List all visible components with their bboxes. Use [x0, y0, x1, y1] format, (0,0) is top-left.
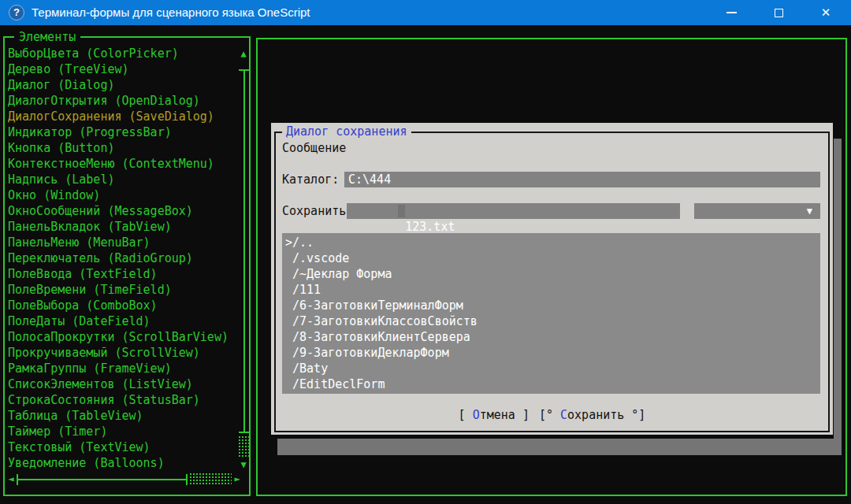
- list-item[interactable]: ДиалогОткрытия (OpenDialog): [8, 93, 230, 109]
- filename-value: 123.txt: [405, 220, 455, 234]
- save-label: охранить: [567, 408, 624, 422]
- scroll-up-icon[interactable]: ▲: [238, 47, 249, 60]
- save-button[interactable]: [° Сохранить °]: [539, 407, 645, 423]
- list-item[interactable]: Таблица (TableView): [8, 408, 230, 424]
- directory-item[interactable]: /8-ЗаготовкиКлиентСервера: [285, 329, 820, 345]
- list-item[interactable]: ОкноСообщений (MessageBox): [8, 203, 230, 219]
- catalog-label: Каталог:: [282, 172, 339, 187]
- dialog-shadow: [277, 439, 842, 455]
- dialog-shadow: [834, 139, 842, 454]
- list-item[interactable]: Диалог (Dialog): [8, 77, 230, 93]
- directory-item[interactable]: /~Деклар Форма: [285, 266, 820, 282]
- list-item[interactable]: СтрокаСостояния (StatusBar): [8, 392, 230, 408]
- cancel-button[interactable]: [ Отмена ]: [459, 407, 530, 423]
- list-item[interactable]: Текстовый (TextView): [8, 439, 230, 455]
- horizontal-scrollbar-track: [17, 474, 18, 485]
- cancel-label: тмена: [480, 408, 515, 422]
- cancel-bracket: [: [459, 408, 473, 422]
- elements-panel: Элементы ВыборЦвета (ColorPicker) Дерево…: [3, 36, 251, 496]
- scroll-left-icon[interactable]: ◄: [6, 472, 17, 485]
- scroll-down-icon[interactable]: ▼: [238, 458, 249, 471]
- list-item[interactable]: Уведомление (Balloons): [8, 455, 230, 471]
- filetype-combobox[interactable]: ▼: [694, 203, 820, 219]
- save-bracket: [°: [539, 408, 560, 422]
- save-hotkey: С: [560, 408, 567, 422]
- list-item[interactable]: Дерево (TreeView): [8, 61, 230, 77]
- cancel-hotkey: О: [473, 408, 480, 422]
- list-item-selected[interactable]: ДиалогСохранения (SaveDialog): [8, 109, 230, 124]
- minimize-button[interactable]: [715, 0, 747, 25]
- directory-item-selected[interactable]: >/..: [285, 235, 820, 250]
- list-item[interactable]: СписокЭлементов (ListView): [8, 376, 230, 392]
- directory-listing[interactable]: >/.. /.vscode /~Деклар Форма /111 /6-Заг…: [282, 233, 820, 394]
- list-item[interactable]: Таймер (Timer): [8, 424, 230, 439]
- message-label: Сообщение: [282, 140, 346, 156]
- list-item[interactable]: ПанельМеню (MenuBar): [8, 235, 230, 250]
- vertical-scrollbar-track: [239, 69, 250, 71]
- list-item[interactable]: ПолеВремени (TimeField): [8, 282, 230, 298]
- list-item[interactable]: ПолеВыбора (ComboBox): [8, 298, 230, 313]
- directory-item[interactable]: /Baty: [285, 361, 820, 376]
- text-cursor: [398, 205, 405, 217]
- filename-field[interactable]: 123.txt: [347, 203, 680, 219]
- horizontal-scrollbar-track[interactable]: [17, 479, 188, 480]
- list-item[interactable]: ПанельВкладок (TabView): [8, 219, 230, 235]
- list-item[interactable]: ПолеДаты (DateField): [8, 313, 230, 329]
- directory-item[interactable]: /6-ЗаготовкиТерминалФорм: [285, 298, 820, 313]
- save-dialog: Диалог сохранения Сообщение Каталог: C:\…: [271, 123, 833, 435]
- directory-item[interactable]: /EditDeclForm: [285, 376, 820, 392]
- vertical-scrollbar-track: [239, 432, 250, 433]
- list-item[interactable]: ПолеВвода (TextField): [8, 266, 230, 282]
- directory-item[interactable]: /7-ЗаготовкиКлассовСвойств: [285, 313, 820, 329]
- scroll-right-icon[interactable]: ►: [232, 472, 243, 485]
- vertical-scrollbar-thumb[interactable]: [238, 435, 249, 458]
- save-bracket: °]: [624, 408, 645, 422]
- list-item[interactable]: Индикатор (ProgressBar): [8, 124, 230, 140]
- horizontal-scrollbar-track: [186, 474, 188, 485]
- catalog-field[interactable]: C:\444: [344, 172, 820, 187]
- dialog-buttons: [ Отмена ] [° Сохранить °]: [271, 407, 833, 423]
- list-item[interactable]: РамкаГруппы (FrameView): [8, 361, 230, 376]
- demo-panel: Диалог сохранения Сообщение Каталог: C:\…: [256, 38, 847, 496]
- horizontal-scrollbar-thumb[interactable]: [189, 472, 232, 484]
- list-item[interactable]: ВыборЦвета (ColorPicker): [8, 46, 230, 61]
- list-item[interactable]: Прокручиваемый (ScrollView): [8, 345, 230, 361]
- cancel-bracket: ]: [515, 408, 530, 422]
- list-item[interactable]: ПолосаПрокрутки (ScrollBarView): [8, 329, 230, 345]
- maximize-icon: [775, 9, 783, 17]
- minimize-icon: [727, 12, 737, 13]
- elements-panel-title: Элементы: [14, 29, 80, 45]
- directory-item[interactable]: /.vscode: [285, 250, 820, 266]
- chevron-down-icon[interactable]: ▼: [807, 203, 812, 219]
- close-button[interactable]: ✕: [810, 0, 842, 25]
- window-title: Терминал-формы для сценарного языка OneS…: [32, 5, 310, 20]
- window-controls: ✕: [700, 0, 842, 25]
- maximize-button[interactable]: [763, 0, 794, 25]
- app-window: ? Терминал-формы для сценарного языка On…: [0, 0, 851, 504]
- list-item[interactable]: Окно (Window): [8, 187, 230, 203]
- elements-list: ВыборЦвета (ColorPicker) Дерево (TreeVie…: [8, 46, 230, 471]
- list-item[interactable]: Надпись (Label): [8, 172, 230, 187]
- dialog-title: Диалог сохранения: [282, 124, 411, 139]
- list-item[interactable]: КонтекстноеМеню (ContextMenu): [8, 156, 230, 172]
- directory-item[interactable]: /9-ЗаготовкиДекларФорм: [285, 345, 820, 361]
- titlebar: ? Терминал-формы для сценарного языка On…: [0, 0, 851, 25]
- list-item[interactable]: Кнопка (Button): [8, 140, 230, 156]
- help-icon[interactable]: ?: [9, 5, 24, 20]
- filename-label: Сохранить: [282, 203, 346, 219]
- directory-item[interactable]: /111: [285, 282, 820, 298]
- vertical-scrollbar-track[interactable]: [243, 69, 245, 433]
- list-item[interactable]: Переключатель (RadioGroup): [8, 250, 230, 266]
